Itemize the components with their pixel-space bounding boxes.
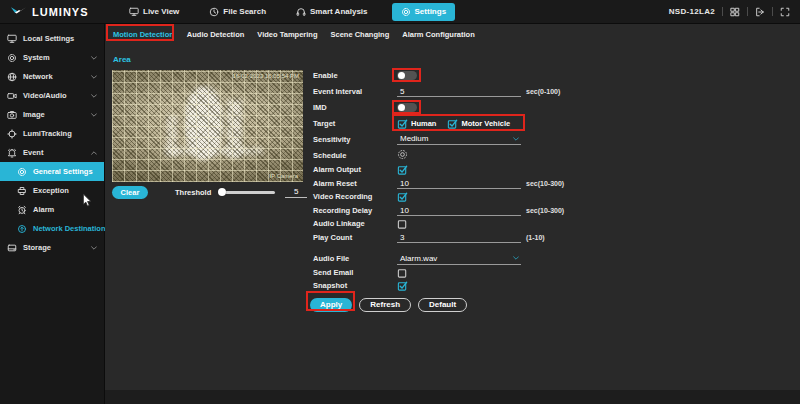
checkbox-checked-icon[interactable] [397,191,408,202]
sidebar-item-image[interactable]: Image [0,105,104,124]
monitor-icon [129,7,139,17]
target-option-label: Human [411,119,436,128]
threshold-label: Threshold [175,188,211,197]
form-actions: Apply Refresh Default [310,298,623,312]
nav-live-view[interactable]: Live View [123,3,185,21]
enable-toggle[interactable] [397,71,417,80]
brand-name: LUMINYS [32,6,89,18]
form-row-sensitivity: Sensitivity Medium [313,131,623,147]
sidebar-item-event[interactable]: Event [0,143,104,162]
event-interval-label: Event Interval [313,87,397,96]
event-interval-input[interactable]: 5 [397,85,521,97]
chevron-down-icon [91,246,97,250]
default-button[interactable]: Default [418,298,467,312]
recording-delay-range: sec(10-300) [526,207,564,214]
checkbox-unchecked-icon[interactable] [397,218,408,229]
tab-audio-detection[interactable]: Audio Detection [187,30,245,39]
form-row-schedule: Schedule [313,147,623,163]
area-tools-row: Clear Threshold 5 [112,185,307,199]
sensitivity-select[interactable]: Medium [397,133,521,145]
mouse-cursor [82,193,93,208]
play-count-label: Play Count [313,233,397,242]
form-row-audio-linkage: Audio Linkage [313,217,623,231]
tab-motion-detection[interactable]: Motion Detection [113,30,174,39]
nav-settings[interactable]: Settings [392,3,456,21]
chevron-down-icon [91,113,97,117]
sidebar-item-video-audio[interactable]: Video/Audio [0,86,104,105]
sidebar-item-storage[interactable]: Storage [0,238,104,257]
topbar-right: NSD-12LA2 [669,7,800,17]
apply-button[interactable]: Apply [310,298,352,312]
separator [747,7,748,16]
chevron-down-icon [91,56,97,60]
checkbox-checked-icon[interactable] [447,118,458,129]
sidebar: Local Settings System Network Video/Audi… [0,24,105,404]
sidebar-item-local-settings[interactable]: Local Settings [0,29,104,48]
sidebar-item-system[interactable]: System [0,48,104,67]
audio-file-value: Alarm.wav [400,254,437,263]
checkbox-checked-icon[interactable] [397,118,408,129]
snapshot-label: Snapshot [313,281,397,290]
form-row-video-recording: Video Recording [313,190,623,204]
audio-file-label: Audio File [313,254,397,263]
tab-video-tampering[interactable]: Video Tampering [257,30,317,39]
motion-area-preview[interactable]: 16-02-2023 16:05:54 PM IP Camera [112,70,303,182]
crosshair-icon [7,129,17,139]
checkbox-checked-icon[interactable] [397,280,408,291]
sidebar-item-label: Event [23,148,85,157]
target-label: Target [313,119,397,128]
chevron-down-icon [513,137,519,141]
target-option-motor-vehicle[interactable]: Motor Vehicle [447,118,510,129]
fullscreen-icon[interactable] [780,7,790,17]
imd-toggle[interactable] [397,103,417,112]
threshold-value[interactable]: 5 [285,187,307,198]
video-recording-label: Video Recording [313,192,397,201]
chevron-down-icon [91,94,97,98]
gear-icon [7,53,17,63]
photo-camera-icon [7,110,17,120]
sensitivity-value: Medium [400,134,428,143]
slider-knob[interactable] [218,188,226,196]
nav-file-search[interactable]: File Search [203,3,272,21]
checkbox-checked-icon[interactable] [397,164,408,175]
form-row-recording-delay: Recording Delay 10 sec(10-300) [313,204,623,218]
play-count-input[interactable]: 3 [397,231,521,243]
clock-search-icon [209,7,219,17]
sidebar-item-general-settings[interactable]: General Settings [0,162,104,181]
tab-scene-changing[interactable]: Scene Changing [330,30,389,39]
sidebar-item-lumitracking[interactable]: LumiTracking [0,124,104,143]
tab-alarm-configuration[interactable]: Alarm Configuration [402,30,475,39]
logout-icon[interactable] [755,7,765,17]
checkbox-unchecked-icon[interactable] [397,267,408,278]
target-option-human[interactable]: Human [397,118,436,129]
sidebar-item-label: Network [23,72,85,81]
sensitivity-label: Sensitivity [313,135,397,144]
target-option-label: Motor Vehicle [461,119,510,128]
grid-icon[interactable] [730,7,740,17]
sidebar-item-network-destination[interactable]: Network Destination [0,219,104,238]
audio-file-select[interactable]: Alarm.wav [397,253,521,265]
separator [722,7,723,16]
headset-icon [296,7,306,17]
gear-icon [401,7,411,17]
storage-icon [7,243,17,253]
sidebar-item-label: Network Destination [33,224,106,233]
form-row-audio-file: Audio File Alarm.wav [313,252,623,266]
nav-label: Settings [415,7,447,16]
recording-delay-input[interactable]: 10 [397,204,521,216]
sidebar-item-label: Storage [23,243,85,252]
schedule-gear-icon[interactable] [397,146,408,164]
tab-bar: Motion Detection Audio Detection Video T… [105,24,800,39]
nav-smart-analysis[interactable]: Smart Analysis [290,3,374,21]
threshold-slider[interactable] [219,191,275,194]
chevron-down-icon [513,256,519,260]
clear-button[interactable]: Clear [112,186,148,199]
sidebar-item-network[interactable]: Network [0,67,104,86]
chevron-up-icon [91,151,97,155]
refresh-button[interactable]: Refresh [359,298,411,312]
imd-label: IMD [313,103,397,112]
sidebar-item-label: Local Settings [23,34,97,43]
nav-label: Smart Analysis [310,7,368,16]
alarm-reset-input[interactable]: 10 [397,177,521,189]
alarm-bell-icon [7,148,17,158]
